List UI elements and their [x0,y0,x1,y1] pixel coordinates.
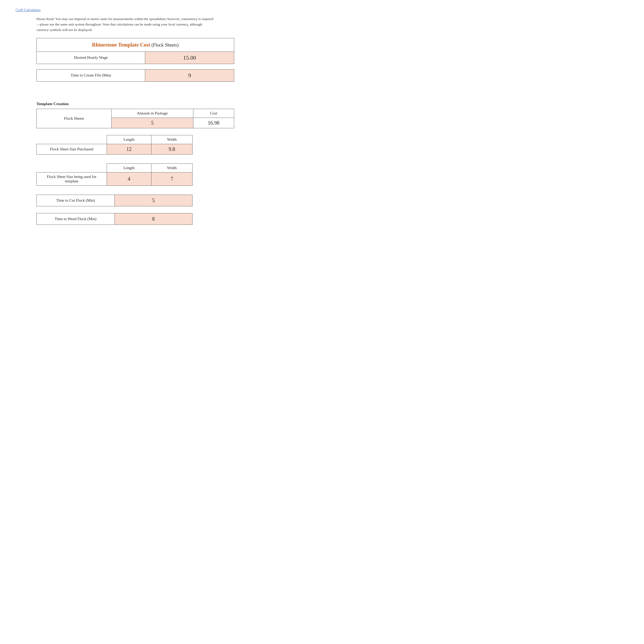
time-to-create-table: Time to Create File (Min) 9 [36,69,234,82]
cost-value: 16.98 [193,118,234,128]
length-header-template: Length [107,163,151,172]
template-creation-title: Template Creation [36,101,628,106]
flock-sheet-size-purchased-label: Flock Sheet Size Purchased [37,144,107,154]
flock-sheet-size-template-table: Length Width Flock Sheet Size being used… [36,163,193,186]
flock-sheet-size-template-label: Flock Sheet Size being used for template [37,172,107,186]
breadcrumb-link[interactable]: Craft Calculators [16,8,41,12]
main-header-title-black: (Flock Sheets) [151,42,178,48]
time-to-cut-table: Time to Cut Flock (Min) 5 [36,195,193,206]
time-to-cut-label: Time to Cut Flock (Min) [37,195,115,206]
time-to-weed-value[interactable]: 8 [114,213,193,225]
width-header-template: Width [151,163,192,172]
flock-sheets-table: Flock Sheets Amount in Package Cost 5 16… [36,109,234,128]
flock-sheet-width-purchased-value[interactable]: 9.8 [151,144,192,154]
main-header-title-orange: Rhinestone Template Cost [92,42,150,48]
intro-text: Please Read: You may use imperial or met… [36,16,213,33]
flock-sheet-size-purchased-table: Length Width Flock Sheet Size Purchased … [36,135,193,155]
length-header-purchased: Length [107,135,151,144]
flock-sheet-width-template-value[interactable]: 7 [151,172,192,186]
amount-in-package-value[interactable]: 5 [112,118,193,128]
desired-hourly-wage-label: Desired Hourly Wage [37,52,145,64]
cost-header: Cost [193,109,234,118]
desired-hourly-wage-value[interactable]: 15.00 [145,52,234,64]
time-to-create-value[interactable]: 9 [145,69,234,81]
time-to-weed-table: Time to Weed Flock (Min) 8 [36,213,193,225]
amount-in-package-header: Amount in Package [112,109,193,118]
time-to-cut-value[interactable]: 5 [114,195,193,206]
time-to-create-label: Time to Create File (Min) [37,69,145,81]
main-section-table: Rhinestone Template Cost (Flock Sheets) … [36,38,234,64]
flock-sheet-length-template-value[interactable]: 4 [107,172,151,186]
flock-sheets-label: Flock Sheets [37,109,112,128]
width-header-purchased: Width [151,135,192,144]
time-to-weed-label: Time to Weed Flock (Min) [37,213,115,225]
flock-sheet-length-purchased-value[interactable]: 12 [107,144,151,154]
